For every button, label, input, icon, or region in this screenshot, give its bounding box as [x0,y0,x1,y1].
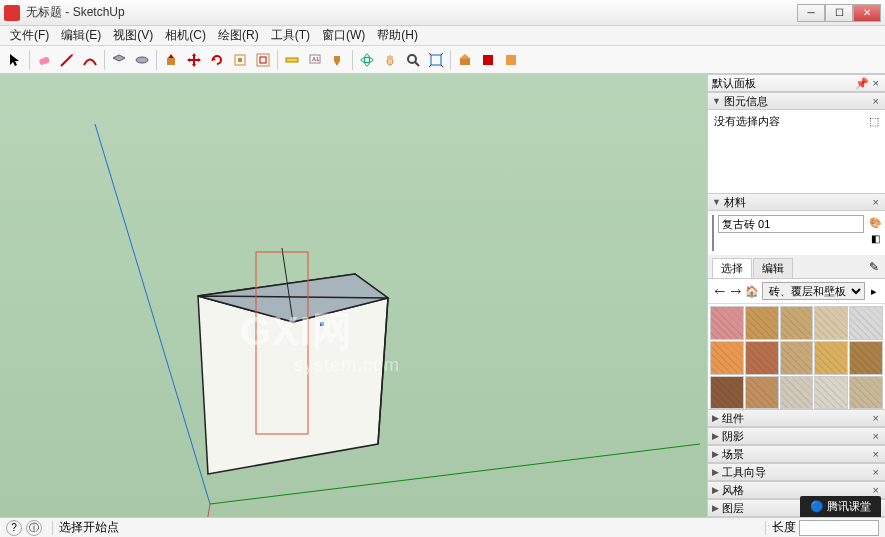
tray-close-icon[interactable]: × [871,77,881,89]
select-tool[interactable] [4,49,26,71]
eraser-tool[interactable] [33,49,55,71]
menu-help[interactable]: 帮助(H) [371,25,424,46]
shadows-close-icon[interactable]: × [871,430,881,442]
material-browser-controls: 🡐 🡒 🏠 砖、覆层和壁板 ▸ [708,279,885,304]
menu-camera[interactable]: 相机(C) [159,25,212,46]
texture-swatch[interactable] [849,341,883,375]
texture-swatch[interactable] [780,341,814,375]
details-menu-icon[interactable]: ▸ [867,282,882,300]
entity-info-close-icon[interactable]: × [871,95,881,107]
menu-tools[interactable]: 工具(T) [265,25,316,46]
nav-home-icon[interactable]: 🏠 [745,282,760,300]
texture-swatch[interactable] [849,306,883,340]
components-header[interactable]: ▶组件× [708,409,885,427]
offset-tool[interactable] [252,49,274,71]
svg-rect-5 [257,54,269,66]
instructor-close-icon[interactable]: × [871,466,881,478]
svg-rect-14 [460,58,470,65]
menu-view[interactable]: 视图(V) [107,25,159,46]
line-tool[interactable] [56,49,78,71]
zoom-extents-tool[interactable] [425,49,447,71]
create-material-icon[interactable]: 🎨 [868,215,882,229]
viewport-3d[interactable]: GXI网system.com [0,74,707,517]
maximize-button[interactable]: ☐ [825,4,853,22]
texture-swatch[interactable] [745,341,779,375]
texture-swatch[interactable] [710,306,744,340]
instructor-header[interactable]: ▶工具向导× [708,463,885,481]
rectangle-tool[interactable] [108,49,130,71]
pushpull-tool[interactable] [160,49,182,71]
sample-material-icon[interactable]: ✎ [867,258,881,278]
close-button[interactable]: ✕ [853,4,881,22]
tencent-badge: 🔵 腾讯课堂 [800,496,881,517]
circle-tool[interactable] [131,49,153,71]
layers-title: 图层 [722,501,744,516]
nav-back-icon[interactable]: 🡐 [712,282,727,300]
default-tray-header[interactable]: 默认面板 📌× [708,74,885,92]
texture-swatch[interactable] [745,306,779,340]
nav-forward-icon[interactable]: 🡒 [729,282,744,300]
materials-title: 材料 [724,195,746,210]
length-input[interactable] [799,520,879,536]
tape-tool[interactable] [281,49,303,71]
window-controls: ─ ☐ ✕ [797,4,881,22]
orbit-tool[interactable] [356,49,378,71]
texture-swatch[interactable] [814,341,848,375]
components-title: 组件 [722,411,744,426]
svg-point-10 [361,57,373,62]
texture-swatch[interactable] [814,306,848,340]
layout-tool[interactable] [500,49,522,71]
default-material-icon[interactable]: ◧ [868,231,882,245]
texture-swatch[interactable] [849,376,883,409]
entity-info-text: 没有选择内容 [714,114,780,129]
entity-info-content: 没有选择内容 ⬚ [708,110,885,133]
entity-info-header[interactable]: ▼图元信息× [708,92,885,110]
minimize-button[interactable]: ─ [797,4,825,22]
svg-rect-15 [483,55,493,65]
geo-icon[interactable]: ⓘ [26,520,42,536]
extension-tool[interactable] [477,49,499,71]
current-material-swatch[interactable] [712,215,714,251]
materials-header[interactable]: ▼材料× [708,193,885,211]
help-icon[interactable]: ? [6,520,22,536]
zoom-tool[interactable] [402,49,424,71]
components-close-icon[interactable]: × [871,412,881,424]
texture-swatch[interactable] [780,376,814,409]
material-name-input[interactable] [718,215,864,233]
texture-swatch[interactable] [814,376,848,409]
menu-edit[interactable]: 编辑(E) [55,25,107,46]
texture-swatch[interactable] [710,341,744,375]
svg-rect-13 [431,55,441,65]
texture-swatch[interactable] [710,376,744,409]
warehouse-tool[interactable] [454,49,476,71]
tray-pin-icon[interactable]: 📌 [853,77,871,89]
svg-text:A1: A1 [312,56,320,62]
styles-close-icon[interactable]: × [871,484,881,496]
texture-swatch[interactable] [745,376,779,409]
texture-swatch[interactable] [780,306,814,340]
entity-info-details-icon[interactable]: ⬚ [869,115,879,128]
material-category-select[interactable]: 砖、覆层和壁板 [762,282,865,300]
window-title: 无标题 - SketchUp [26,4,797,21]
scale-tool[interactable] [229,49,251,71]
panel-tray: 默认面板 📌× ▼图元信息× 没有选择内容 ⬚ ▼材料× 🎨 ◧ 选择 编辑 ✎… [707,74,885,517]
scenes-close-icon[interactable]: × [871,448,881,460]
menu-file[interactable]: 文件(F) [4,25,55,46]
move-tool[interactable] [183,49,205,71]
length-label: 长度 [772,519,796,536]
text-tool[interactable]: A1 [304,49,326,71]
tab-select[interactable]: 选择 [712,258,752,278]
menu-window[interactable]: 窗口(W) [316,25,371,46]
svg-rect-6 [260,57,266,63]
arc-tool[interactable] [79,49,101,71]
paint-tool[interactable] [327,49,349,71]
menu-draw[interactable]: 绘图(R) [212,25,265,46]
tab-edit[interactable]: 编辑 [753,258,793,278]
styles-title: 风格 [722,483,744,498]
scenes-header[interactable]: ▶场景× [708,445,885,463]
materials-close-icon[interactable]: × [871,196,881,208]
pan-tool[interactable] [379,49,401,71]
shadows-header[interactable]: ▶阴影× [708,427,885,445]
svg-rect-0 [39,56,50,65]
rotate-tool[interactable] [206,49,228,71]
